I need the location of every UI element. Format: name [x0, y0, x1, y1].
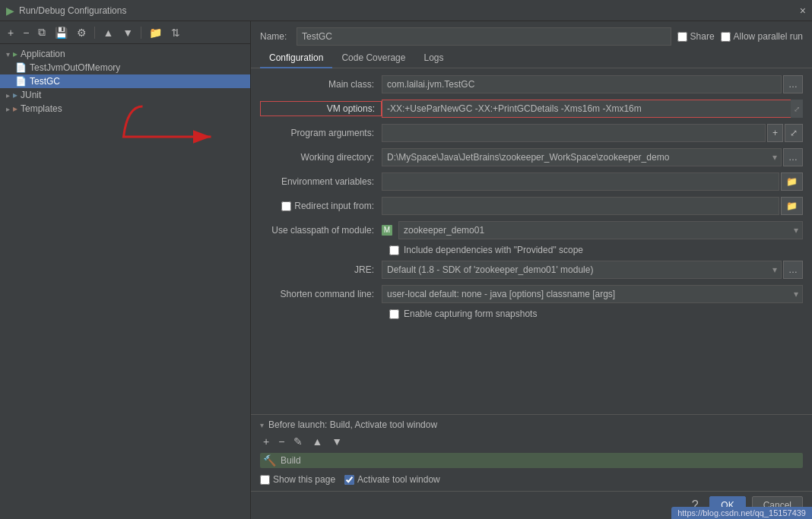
vm-options-container: ⤢ [382, 100, 803, 118]
redirect-browse-button[interactable]: 📁 [781, 197, 803, 215]
show-page-checkbox[interactable] [260, 475, 270, 485]
jre-select[interactable]: Default (1.8 - SDK of 'zookeeper_demo01'… [382, 261, 782, 279]
tree-test-jvm[interactable]: 📄 TestJvmOutOfMemory [0, 61, 250, 74]
name-input[interactable] [297, 27, 671, 46]
bl-remove-button[interactable]: − [275, 435, 287, 448]
shorten-cmd-row: Shorten command line: user-local default… [260, 284, 803, 304]
shorten-cmd-wrapper: user-local default: none - java [options… [382, 285, 803, 303]
jre-label: JRE: [260, 264, 382, 275]
copy-button[interactable]: ⧉ [35, 24, 49, 40]
application-icon: ▸ [13, 49, 17, 59]
module-icon: M [382, 225, 392, 236]
build-label: Build [281, 455, 301, 466]
include-deps-checkbox[interactable] [389, 245, 399, 255]
main-class-label: Main class: [260, 79, 382, 90]
bl-up-button[interactable]: ▲ [309, 435, 325, 448]
main-class-input[interactable] [382, 75, 782, 93]
templates-label: Templates [21, 103, 62, 114]
left-toolbar: + − ⧉ 💾 ⚙ ▲ ▼ 📁 ⇅ [0, 21, 250, 44]
up-button[interactable]: ▲ [100, 25, 116, 40]
add-button[interactable]: + [5, 25, 17, 40]
separator2 [141, 27, 141, 39]
bl-down-button[interactable]: ▼ [328, 435, 345, 448]
title-bar: ▶ Run/Debug Configurations × [0, 0, 812, 21]
build-icon: 🔨 [263, 454, 276, 467]
tab-logs[interactable]: Logs [414, 49, 452, 68]
module-select[interactable]: zookeeper_demo01 [398, 221, 803, 239]
parallel-checkbox[interactable] [721, 32, 731, 42]
env-vars-row: Environment variables: 📁 [260, 172, 803, 191]
folder-button[interactable]: 📁 [146, 25, 165, 40]
config-form: Main class: … VM options: ⤢ Program argu… [251, 68, 812, 414]
tab-code-coverage[interactable]: Code Coverage [332, 49, 414, 68]
program-args-row: Program arguments: + ⤢ [260, 123, 803, 143]
bl-edit-button[interactable]: ✎ [290, 435, 306, 448]
redirect-checkbox[interactable] [281, 201, 291, 211]
share-checkbox-label[interactable]: Share [677, 31, 715, 42]
tree-templates[interactable]: ▸ ▸ Templates [0, 102, 250, 116]
enable-capture-row: Enable capturing form snapshots [260, 309, 803, 319]
close-button[interactable]: × [800, 5, 806, 17]
classpath-row: Use classpath of module: M zookeeper_dem… [260, 220, 803, 240]
working-dir-browse-button[interactable]: … [783, 148, 803, 166]
enable-capture-label[interactable]: Enable capturing form snapshots [389, 309, 537, 319]
redirect-input[interactable] [382, 197, 779, 215]
main-class-row: Main class: … [260, 74, 803, 94]
tab-configuration[interactable]: Configuration [260, 49, 332, 68]
tree-test-gc[interactable]: 📄 TestGC [0, 74, 250, 88]
env-vars-browse-button[interactable]: 📁 [781, 172, 803, 191]
working-dir-label: Working directory: [260, 152, 382, 163]
jre-row: JRE: Default (1.8 - SDK of 'zookeeper_de… [260, 260, 803, 280]
tree-application[interactable]: ▾ ▸ Application [0, 47, 250, 61]
parallel-checkbox-label[interactable]: Allow parallel run [721, 31, 803, 42]
vm-options-row: VM options: ⤢ [260, 99, 803, 119]
redirect-row: Redirect input from: 📁 [260, 196, 803, 216]
application-label: Application [21, 49, 65, 59]
down-button[interactable]: ▼ [119, 25, 136, 40]
show-page-label[interactable]: Show this page [260, 474, 335, 485]
remove-button[interactable]: − [20, 25, 32, 40]
bl-add-button[interactable]: + [260, 435, 272, 448]
share-checkbox[interactable] [677, 32, 687, 42]
class-icon: 📄 [15, 62, 27, 73]
tree-area: ▾ ▸ Application 📄 TestJvmOutOfMemory 📄 T… [0, 44, 250, 519]
program-args-expand-button[interactable]: ⤢ [785, 124, 803, 142]
shorten-cmd-select[interactable]: user-local default: none - java [options… [382, 285, 803, 303]
vm-options-input[interactable] [382, 100, 803, 118]
working-dir-input[interactable] [382, 148, 782, 166]
program-args-add-button[interactable]: + [767, 124, 783, 142]
templates-icon: ▸ [13, 103, 17, 114]
config-button[interactable]: ⚙ [74, 25, 90, 40]
show-page-text: Show this page [273, 474, 335, 485]
module-select-wrapper: zookeeper_demo01 [398, 221, 803, 239]
save-button[interactable]: 💾 [52, 25, 71, 40]
before-launch-arrow: ▾ [260, 421, 264, 429]
jre-browse-button[interactable]: … [783, 261, 803, 279]
parallel-label: Allow parallel run [734, 31, 803, 42]
right-panel: Name: Share Allow parallel run Configura… [251, 21, 812, 519]
tree-junit[interactable]: ▸ ▸ JUnit [0, 88, 250, 102]
include-deps-label[interactable]: Include dependencies with "Provided" sco… [389, 245, 583, 255]
left-panel: + − ⧉ 💾 ⚙ ▲ ▼ 📁 ⇅ ▾ ▸ Application 📄 Test… [0, 21, 251, 519]
run-debug-icon: ▶ [6, 5, 14, 17]
junit-icon: ▸ [13, 90, 17, 100]
env-vars-input[interactable] [382, 172, 779, 191]
env-vars-label: Environment variables: [260, 176, 382, 187]
before-launch-toolbar: + − ✎ ▲ ▼ [260, 435, 803, 448]
test-gc-label: TestGC [30, 76, 60, 87]
vm-options-expand-button[interactable]: ⤢ [791, 100, 803, 118]
junit-arrow: ▸ [6, 91, 10, 100]
jre-select-wrapper: Default (1.8 - SDK of 'zookeeper_demo01'… [382, 261, 782, 279]
program-args-label: Program arguments: [260, 128, 382, 138]
sort-button[interactable]: ⇅ [168, 25, 183, 40]
enable-capture-text: Enable capturing form snapshots [404, 309, 537, 319]
activate-tool-label[interactable]: Activate tool window [344, 474, 440, 485]
classpath-label: Use classpath of module: [260, 225, 382, 236]
enable-capture-checkbox[interactable] [389, 309, 399, 319]
before-launch-header: ▾ Before launch: Build, Activate tool wi… [260, 419, 803, 430]
share-label: Share [690, 31, 715, 42]
program-args-input[interactable] [382, 124, 766, 142]
share-area: Share Allow parallel run [677, 31, 803, 42]
main-class-browse-button[interactable]: … [783, 75, 803, 93]
activate-tool-checkbox[interactable] [344, 475, 354, 485]
